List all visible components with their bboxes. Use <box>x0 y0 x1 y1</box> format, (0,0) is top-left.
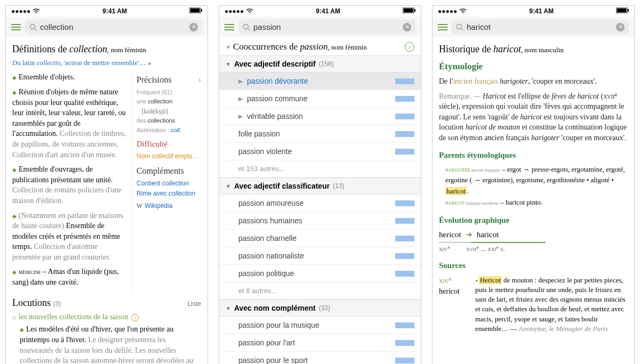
frequency-bar <box>395 149 414 155</box>
content: Historique de haricot, nom masculin Étym… <box>433 37 634 339</box>
search-text: haricot <box>467 22 613 31</box>
triangle-right-icon: ▶ <box>238 78 243 85</box>
cooccurrences-list: ▼Avec adjectif descriptif (158)▶passion … <box>219 55 421 364</box>
sources-head: Sources <box>439 260 628 271</box>
cooccurrence-item[interactable]: passions humaines <box>219 212 421 230</box>
battery-icon <box>189 7 202 13</box>
rhyme-link[interactable]: Rime avec collection <box>137 189 201 198</box>
chevron-right-icon: » <box>148 59 152 67</box>
frequency-bar <box>395 253 414 259</box>
triangle-right-icon: ▶ <box>238 95 243 102</box>
frequency-bar <box>395 114 414 119</box>
clock: 9:41 AM <box>102 7 127 15</box>
page-title: ▼ Cooccurrences de passion, nom féminin … <box>219 37 421 55</box>
wikipedia-link[interactable]: WWikipédia <box>137 201 201 211</box>
search-icon <box>456 23 463 31</box>
search-field[interactable]: passion ✕ <box>238 20 415 34</box>
clear-icon[interactable]: ✕ <box>616 23 625 31</box>
svg-rect-1 <box>190 9 199 13</box>
cooccurrence-item[interactable]: ▶passion dévorante <box>219 72 421 90</box>
cooccurrence-item[interactable]: passion charnelle <box>219 230 421 247</box>
frequency-bar <box>395 96 414 102</box>
searchbar: passion ✕ <box>219 17 421 37</box>
triangle-down-icon: ▼ <box>226 305 231 311</box>
content: Définitions de collection, nom féminin D… <box>6 37 207 364</box>
frequency-bar <box>395 358 414 363</box>
precisions-head[interactable]: Précisions› <box>137 74 201 86</box>
definition-item: (Notamment en parlant de maisons de haut… <box>12 211 127 263</box>
liste-link[interactable]: Liste <box>188 300 201 309</box>
clear-icon[interactable]: ✕ <box>189 23 198 31</box>
complements-head: Compléments <box>137 165 201 177</box>
svg-rect-7 <box>414 9 415 12</box>
phonetic: [kòlɛksjõ] <box>142 107 201 116</box>
search-icon <box>243 23 250 31</box>
clock: 9:41 AM <box>316 7 340 15</box>
frequency-bar <box>395 236 414 241</box>
page-title: Définitions de collection, nom féminin <box>12 43 201 56</box>
clear-icon[interactable]: ✕ <box>403 23 411 31</box>
section-head[interactable]: ▼Avec adjectif classificateur (13) <box>219 177 421 195</box>
wifi-icon <box>459 9 467 14</box>
definition-item: médecine – Amas d'un liquide (pus, sang)… <box>12 266 127 287</box>
menu-icon[interactable] <box>11 24 21 30</box>
cooccurrence-item[interactable]: passion amoureuse <box>219 195 421 212</box>
svg-rect-12 <box>628 9 629 12</box>
page-title: Historique de haricot, nom masculin <box>439 43 628 56</box>
svg-line-9 <box>248 29 250 30</box>
battery-icon <box>616 7 629 13</box>
frequency: Fréquent (61) <box>137 88 201 96</box>
etymology-head: Étymologie <box>439 60 628 73</box>
search-text: collection <box>40 22 186 31</box>
frequency-bar <box>395 340 414 346</box>
sidebar-column: Précisions› Fréquent (61) une collection… <box>132 72 201 292</box>
evolution-head: Évolution graphique <box>439 215 628 226</box>
frequency-bar <box>395 322 414 328</box>
more-link[interactable]: et 153 autres... <box>219 160 421 177</box>
cooccurrence-item[interactable]: ▶véritable passion <box>219 108 421 125</box>
frequency-bar <box>395 200 414 206</box>
menu-icon[interactable] <box>225 24 234 30</box>
definition-item: Ensemble d'ouvrages, de publications pré… <box>12 164 127 206</box>
svg-line-4 <box>35 29 36 30</box>
svg-point-13 <box>457 24 462 29</box>
cooccurrence-item[interactable]: passion nationaliste <box>219 247 421 265</box>
cooccurrence-item[interactable]: folle passion <box>219 125 421 143</box>
locution-def: Les modèles d'été ou d'hiver, que l'on p… <box>20 324 201 364</box>
etymology-text: De l'ancien français harigoter, 'couper … <box>439 76 628 87</box>
locution-item[interactable]: les nouvelles collections de la saison i <box>12 312 201 322</box>
menu-icon[interactable] <box>438 24 447 30</box>
battery-icon <box>403 7 415 13</box>
evolution-graph: hericot➔haricot xivᵉxviiᵉ ... xxiᵉ s. <box>439 229 628 254</box>
phone-screen-3: ●●●●● 9:41 AM haricot ✕ Historique de ha… <box>432 5 635 364</box>
search-field[interactable]: haricot ✕ <box>452 20 629 34</box>
arrow-right-icon: ➔ <box>466 229 473 240</box>
wifi-icon <box>246 9 253 14</box>
search-field[interactable]: collection ✕ <box>25 20 202 34</box>
section-head[interactable]: ▼Avec nom complément (33) <box>219 300 421 317</box>
definitions-column: Ensemble d'objets. Réunion d'objets de m… <box>12 72 127 292</box>
difficulte-head[interactable]: Difficulté <box>137 139 201 150</box>
cooccurrence-item[interactable]: passion politique <box>219 265 421 282</box>
svg-rect-11 <box>617 9 626 13</box>
cooccurrence-item[interactable]: ▶passion commune <box>219 90 421 108</box>
cooccurrence-item[interactable]: passion pour l'art <box>219 334 421 352</box>
wifi-icon <box>33 9 40 14</box>
phone-screen-1: ●●●●● 9:41 AM collection ✕ Définitions d… <box>5 5 208 364</box>
signal-icon: ●●●●● <box>225 7 244 15</box>
info-icon[interactable]: i <box>405 42 414 52</box>
section-head[interactable]: ▼Avec adjectif descriptif (158) <box>219 55 421 72</box>
more-link[interactable]: et 8 autres... <box>219 282 421 300</box>
searchbar: haricot ✕ <box>433 17 634 37</box>
cooccurrence-item[interactable]: passion violente <box>219 143 421 160</box>
cooccurrence-item[interactable]: passion pour la musique <box>219 317 421 334</box>
svg-line-14 <box>461 29 463 30</box>
etymology-link[interactable]: Du latin collectio, 'action de mettre en… <box>12 58 201 68</box>
statusbar: ●●●●● 9:41 AM <box>433 6 634 17</box>
triangle-down-icon: ▼ <box>226 183 231 189</box>
info-icon[interactable]: i <box>131 314 139 321</box>
contains-link[interactable]: Contient collection <box>137 179 201 188</box>
cooccurrence-item[interactable]: passion pour le sport <box>219 352 421 364</box>
difficulte-link[interactable]: Nom collectif emplo… <box>137 152 201 161</box>
chevron-right-icon: › <box>198 74 201 86</box>
